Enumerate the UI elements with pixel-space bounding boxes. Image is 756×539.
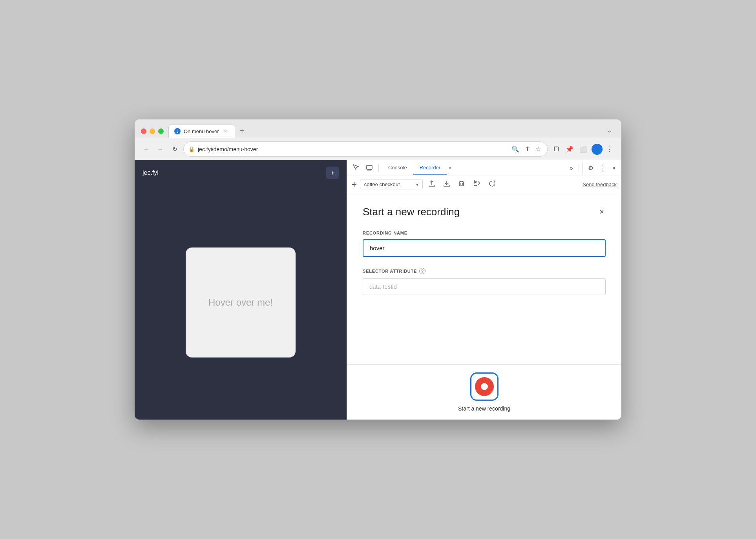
gear-icon: ⚙ (588, 164, 593, 172)
dialog-title: Start a new recording (363, 206, 460, 218)
recording-name-group: RECORDING NAME (363, 231, 606, 257)
reload-icon: ↻ (172, 145, 177, 153)
upload-icon (428, 180, 435, 189)
devtools-close-icon: × (612, 165, 616, 172)
address-bar: ← → ↻ 🔒 🔍 ⬆ ☆ ⧠ 📌 ⬜ 👤 ⋮ (135, 138, 621, 160)
recording-dropdown-icon: ▾ (416, 182, 418, 187)
recorder-tab-close-button[interactable]: × (447, 164, 453, 172)
device-toolbar-button[interactable] (363, 161, 375, 175)
trash-icon (458, 180, 465, 189)
inspect-icon (352, 164, 360, 172)
replay-icon (489, 180, 497, 189)
devtools-toolbar: Console Recorder × » ⚙ ⋮ (347, 160, 621, 176)
forward-button[interactable]: → (155, 144, 166, 155)
delete-recording-button[interactable] (456, 178, 467, 191)
url-input[interactable] (198, 146, 507, 152)
toolbar-separator (378, 164, 379, 172)
recording-name-label: RECORDING NAME (363, 231, 606, 235)
sun-icon: ☀ (330, 169, 335, 177)
devtools-tabs: Console Recorder × (382, 161, 566, 175)
recording-selector[interactable]: coffee checkout ▾ (360, 180, 423, 189)
play-recording-button[interactable] (471, 178, 483, 191)
search-icon[interactable]: 🔍 (510, 144, 521, 154)
tab-title: On menu hover (184, 128, 219, 134)
new-tab-button[interactable]: + (237, 125, 248, 136)
maximize-window-button[interactable] (158, 128, 164, 134)
tab-close-button[interactable]: × (222, 128, 229, 135)
selector-attribute-group: SELECTOR ATTRIBUTE ? (363, 268, 606, 295)
main-content: jec.fyi ☀ Hover over me! (135, 160, 621, 420)
url-actions: 🔍 ⬆ ☆ (510, 144, 542, 154)
title-bar: J On menu hover × + ⌄ (135, 119, 621, 138)
back-button[interactable]: ← (141, 144, 152, 155)
devtools-close-button[interactable]: × (610, 162, 618, 174)
browser-actions: ⧠ 📌 ⬜ 👤 ⋮ (551, 144, 615, 155)
selector-attribute-label: SELECTOR ATTRIBUTE ? (363, 268, 606, 274)
extensions-icon[interactable]: ⧠ (551, 144, 562, 154)
theme-toggle-button[interactable]: ☀ (326, 167, 339, 179)
webpage-content: Hover over me! (135, 185, 347, 420)
console-tab[interactable]: Console (382, 161, 413, 175)
more-tabs-button[interactable]: » (567, 162, 575, 174)
url-bar: 🔒 🔍 ⬆ ☆ (183, 141, 548, 157)
forward-icon: → (157, 146, 164, 153)
share-icon[interactable]: ⬆ (523, 144, 531, 154)
window-controls (141, 128, 164, 134)
minimize-window-button[interactable] (150, 128, 155, 134)
reload-button[interactable]: ↻ (169, 144, 180, 155)
play-icon (473, 180, 481, 189)
lock-icon: 🔒 (188, 146, 195, 152)
back-icon: ← (143, 146, 150, 153)
webpage-panel: jec.fyi ☀ Hover over me! (135, 160, 347, 420)
recorder-tab[interactable]: Recorder (413, 161, 447, 175)
tab-favicon-letter: J (176, 129, 179, 134)
star-icon[interactable]: ☆ (534, 144, 542, 154)
devtools-menu-button[interactable]: ⋮ (597, 162, 608, 174)
profile-button[interactable]: 👤 (592, 144, 603, 155)
record-indicator (475, 377, 494, 396)
more-tabs-icon: » (570, 165, 573, 172)
recording-name-label: coffee checkout (364, 182, 414, 187)
devtools-right-actions: ⚙ ⋮ × (582, 162, 618, 174)
devtools-content: Start a new recording × RECORDING NAME S… (347, 193, 621, 364)
toolbar-separator-2 (579, 164, 579, 172)
recorder-toolbar: + coffee checkout ▾ (347, 176, 621, 193)
close-window-button[interactable] (141, 128, 146, 134)
hover-over-me-text: Hover over me! (208, 297, 273, 308)
start-recording-label: Start a new recording (458, 405, 510, 412)
selector-help-icon[interactable]: ? (419, 268, 425, 274)
recording-name-input[interactable] (363, 239, 606, 257)
devtools-bottom: Start a new recording (347, 364, 621, 420)
send-feedback-button[interactable]: Send feedback (583, 182, 617, 187)
pin-icon[interactable]: 📌 (563, 144, 576, 154)
chrome-menu-icon[interactable]: ⋮ (604, 144, 615, 154)
dialog-header: Start a new recording × (363, 206, 606, 218)
webpage-logo: jec.fyi (142, 169, 159, 176)
start-recording-button[interactable] (470, 372, 499, 401)
browser-window: J On menu hover × + ⌄ ← → ↻ 🔒 🔍 ⬆ ☆ (135, 119, 621, 420)
device-icon (366, 164, 373, 172)
record-dot (481, 383, 488, 390)
tab-menu-button[interactable]: ⌄ (604, 125, 615, 136)
replay-button[interactable] (486, 178, 499, 191)
devtools-settings-button[interactable]: ⚙ (586, 162, 596, 174)
svg-rect-0 (367, 165, 372, 169)
devtools-panel: Console Recorder × » ⚙ ⋮ (347, 160, 621, 420)
download-icon (443, 180, 450, 189)
devtools-toggle-icon[interactable]: ⬜ (577, 144, 590, 154)
dialog-close-button[interactable]: × (598, 206, 606, 218)
selector-attribute-input[interactable] (363, 278, 606, 295)
download-recording-button[interactable] (441, 178, 453, 191)
webpage-header: jec.fyi ☀ (135, 160, 347, 185)
inspect-element-button[interactable] (350, 161, 362, 175)
tab-favicon: J (174, 128, 181, 134)
upload-recording-button[interactable] (426, 178, 438, 191)
tab-bar: J On menu hover × + (168, 124, 599, 138)
hover-card[interactable]: Hover over me! (186, 248, 296, 358)
browser-tab[interactable]: J On menu hover × (168, 124, 235, 138)
devtools-menu-icon: ⋮ (600, 164, 606, 172)
add-recording-button[interactable]: + (352, 180, 357, 189)
